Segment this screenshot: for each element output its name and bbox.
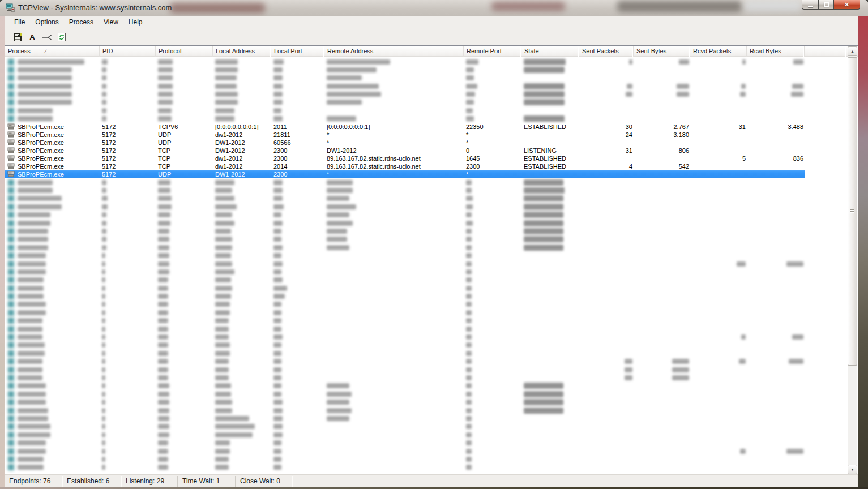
scrollbar-thumb[interactable] (848, 57, 857, 366)
column-header-process[interactable]: Process∕ (5, 46, 100, 57)
blurred-process (18, 277, 44, 282)
column-header-local_address[interactable]: Local Address (213, 46, 271, 57)
blurred-local_address (215, 286, 232, 291)
table-row-blurred-above[interactable] (5, 82, 846, 90)
table-row-blurred-above[interactable] (5, 74, 846, 82)
table-row-blurred-below[interactable] (5, 293, 846, 301)
save-icon (13, 33, 23, 42)
column-header-pid[interactable]: PID (100, 46, 156, 57)
table-row-blurred-below[interactable] (5, 284, 846, 292)
title-bar[interactable]: TCPView - Sysinternals: www.sysinternals… (0, 0, 868, 16)
table-row-blurred-below[interactable] (5, 211, 846, 219)
menu-view[interactable]: View (99, 17, 123, 27)
table-row-blurred-below[interactable] (5, 178, 846, 186)
close-button[interactable]: ✕ (834, 0, 860, 10)
table-row-blurred-below[interactable] (5, 414, 846, 422)
table-row-blurred-below[interactable] (5, 333, 846, 341)
scrollbar-down-icon[interactable]: ▼ (848, 465, 857, 474)
table-row-blurred-below[interactable] (5, 406, 846, 414)
blurred-local_port (273, 392, 281, 397)
table-row-blurred-above[interactable] (5, 58, 846, 66)
blurred-protocol (158, 92, 173, 97)
font-button[interactable]: A (25, 31, 39, 44)
titlebar-blur-blob (491, 2, 565, 11)
table-row-blurred-below[interactable] (5, 358, 846, 366)
column-header-remote_address[interactable]: Remote Address (324, 46, 464, 57)
table-row[interactable]: SBProPEcm.exe5172TCPDW1-20122300DW1-2012… (5, 147, 846, 155)
table-row-blurred-below[interactable] (5, 455, 846, 463)
table-row-blurred-below[interactable] (5, 268, 846, 276)
table-row[interactable]: SBProPEcm.exe5172TCPdw1-2012230089.163.1… (5, 155, 846, 162)
table-row-blurred-above[interactable] (5, 115, 846, 123)
table-row-blurred-below[interactable] (5, 276, 846, 284)
cell-state: ESTABLISHED (524, 162, 566, 170)
table-row-blurred-above[interactable] (5, 98, 846, 106)
blurred-pid (102, 196, 108, 201)
table-row-blurred-below[interactable] (5, 464, 846, 471)
table-row-selected[interactable]: SBProPEcm.exe5172UDPDW1-20122300** (5, 170, 846, 178)
maximize-button[interactable] (818, 0, 834, 10)
blurred-protocol (158, 457, 168, 462)
table-row-blurred-below[interactable] (5, 431, 846, 439)
table-row-blurred-above[interactable] (5, 91, 846, 98)
blurred-remote_port (466, 334, 472, 340)
table-row-blurred-below[interactable] (5, 439, 846, 447)
table-row[interactable]: SBProPEcm.exe5172TCPdw1-2012201489.163.1… (5, 162, 846, 170)
menu-process[interactable]: Process (64, 17, 99, 27)
table-row-blurred-above[interactable] (5, 106, 846, 114)
blurred-state (524, 67, 565, 73)
table-row-blurred-below[interactable] (5, 252, 846, 260)
column-header-local_port[interactable]: Local Port (271, 46, 324, 57)
menu-options[interactable]: Options (30, 17, 63, 27)
close-connection-button[interactable] (40, 31, 54, 44)
table-row[interactable]: SBProPEcm.exe5172TCPV6[0:0:0:0:0:0:0:1]2… (5, 123, 846, 131)
column-header-state[interactable]: State (521, 46, 579, 57)
blurred-local_address (215, 327, 229, 332)
column-header-rcvd_packets[interactable]: Rcvd Packets (690, 46, 747, 57)
menu-help[interactable]: Help (123, 17, 148, 27)
blurred-protocol (158, 269, 169, 274)
blurred-rcvd_bytes (791, 92, 803, 97)
table-row-blurred-below[interactable] (5, 398, 846, 406)
table-row-blurred-below[interactable] (5, 317, 846, 325)
table-row-blurred-below[interactable] (5, 187, 846, 195)
vertical-scrollbar[interactable]: ▲ ▼ (848, 46, 857, 474)
table-row-blurred-below[interactable] (5, 203, 846, 211)
table-row-blurred-below[interactable] (5, 382, 846, 390)
refresh-button[interactable] (55, 31, 69, 44)
column-header-sent_bytes[interactable]: Sent Bytes (634, 46, 690, 57)
table-row-blurred-below[interactable] (5, 374, 846, 382)
table-row[interactable]: SBProPEcm.exe5172UDPDW1-201260566** (5, 139, 846, 147)
blurred-protocol (158, 180, 170, 185)
table-row-blurred-below[interactable] (5, 219, 846, 227)
column-header-remote_port[interactable]: Remote Port (464, 46, 521, 57)
table-row-blurred-below[interactable] (5, 260, 846, 268)
save-button[interactable] (11, 31, 24, 44)
table-row-blurred-below[interactable] (5, 366, 846, 374)
column-header-rcvd_bytes[interactable]: Rcvd Bytes (747, 46, 805, 57)
column-header-sent_packets[interactable]: Sent Packets (579, 46, 634, 57)
column-header-protocol[interactable]: Protocol (156, 46, 213, 57)
table-row-blurred-below[interactable] (5, 301, 846, 308)
table-row-blurred-below[interactable] (5, 349, 846, 357)
table-row-blurred-below[interactable] (5, 195, 846, 203)
menu-file[interactable]: File (9, 17, 30, 27)
scrollbar-up-icon[interactable]: ▲ (848, 46, 857, 56)
table-row-blurred-below[interactable] (5, 243, 846, 251)
table-row-blurred-below[interactable] (5, 235, 846, 243)
process-icon (8, 383, 14, 389)
table-row-blurred-below[interactable] (5, 423, 846, 431)
table-row-blurred-below[interactable] (5, 227, 846, 235)
process-icon (8, 318, 14, 324)
table-row-blurred-below[interactable] (5, 325, 846, 333)
table-row-blurred-below[interactable] (5, 308, 846, 316)
table-row[interactable]: SBProPEcm.exe5172UDPdw1-201221811**243.1… (5, 131, 846, 139)
blurred-process (18, 416, 48, 421)
table-row-blurred-above[interactable] (5, 66, 846, 74)
minimize-button[interactable] (802, 0, 818, 10)
table-row-blurred-below[interactable] (5, 341, 846, 349)
process-icon (8, 440, 14, 446)
table-row-blurred-below[interactable] (5, 447, 846, 455)
cell-local_address: [0:0:0:0:0:0:0:1] (215, 123, 258, 131)
table-row-blurred-below[interactable] (5, 390, 846, 398)
